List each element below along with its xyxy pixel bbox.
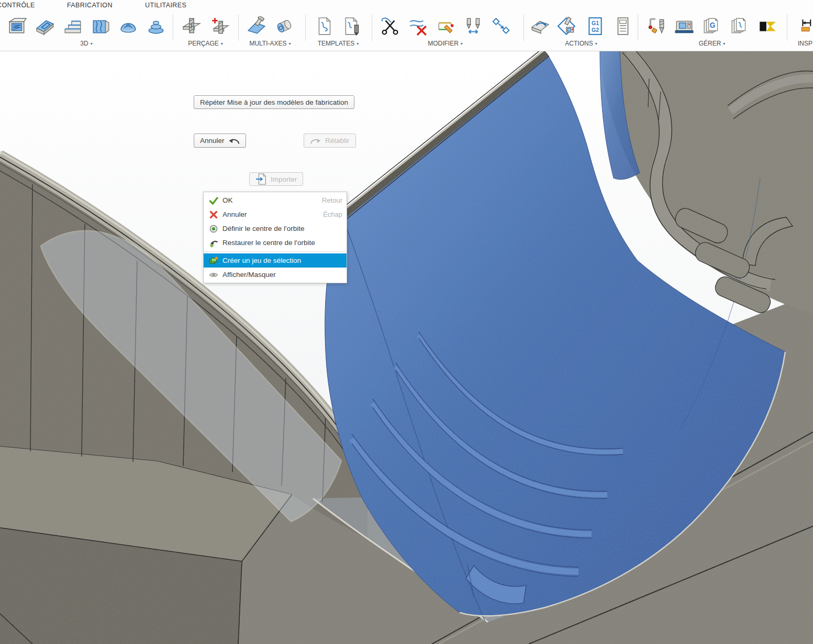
context-menu-item-restore-orbit-center[interactable]: Restaurer le centre de l'orbite <box>204 236 347 250</box>
g1g2-icon[interactable]: G1 G2 <box>585 15 606 38</box>
rotary-icon[interactable] <box>274 15 295 38</box>
context-menu-item-create-selection-set[interactable]: Créer un jeu de sélection <box>204 253 347 268</box>
spiral-steps-icon[interactable] <box>146 15 166 38</box>
tab-fabrication[interactable]: FABRICATION <box>67 2 113 9</box>
toolbar: CONTRÔLE FABRICATION UTILITAIRES <box>0 0 813 51</box>
trim-toolpath-icon[interactable] <box>380 15 400 38</box>
dropdown-caret-icon: ▾ <box>91 41 93 46</box>
toolbar-separator <box>638 15 638 41</box>
group-label-gerer[interactable]: GÉRER▾ <box>642 40 782 47</box>
redo-arrow-icon <box>310 136 321 146</box>
template-edit-icon[interactable] <box>342 15 363 38</box>
context-menu-item-annuler[interactable]: Annuler Échap <box>204 207 347 221</box>
redo-label: Rétablir <box>325 137 350 145</box>
undo-label: Annuler <box>200 137 225 145</box>
toolbar-group-inspection: INSP <box>798 14 813 47</box>
adaptive-flat-icon[interactable] <box>35 15 55 38</box>
group-label-inspection[interactable]: INSP <box>798 40 813 47</box>
context-menu-item-ok[interactable]: OK Retour <box>204 193 347 207</box>
dropdown-caret-icon: ▾ <box>595 41 597 46</box>
ok-check-icon <box>208 196 219 205</box>
delete-toolpath-icon[interactable] <box>407 15 428 38</box>
context-menu-item-show-hide[interactable]: Afficher/Masquer <box>204 268 347 282</box>
kennametal-icon[interactable] <box>757 15 778 38</box>
toolbar-group-templates: TEMPLATES▾ <box>310 14 366 47</box>
shortcut-label: Retour <box>322 196 342 204</box>
cancel-x-icon <box>208 210 219 219</box>
group-label-percage[interactable]: PERÇAGE▾ <box>178 40 233 47</box>
tab-controle[interactable]: CONTRÔLE <box>0 2 35 9</box>
svg-text:G: G <box>710 21 716 29</box>
dropdown-caret-icon: ▾ <box>357 41 359 46</box>
group-label-multiaxes[interactable]: MULTI-AXES▾ <box>242 40 298 47</box>
toolbar-separator <box>305 15 306 41</box>
context-menu-separator <box>204 251 347 252</box>
template-library-icon[interactable] <box>729 15 750 38</box>
post-process-icon[interactable] <box>557 15 578 38</box>
toolbar-group-multiaxes: MULTI-AXES▾ <box>242 14 298 47</box>
viewport-canvas[interactable] <box>0 51 813 644</box>
tool-change-icon[interactable] <box>463 15 484 38</box>
simulate-icon[interactable] <box>529 15 550 38</box>
drill-add-icon[interactable] <box>209 15 230 38</box>
toolbar-group-percage: PERÇAGE▾ <box>178 14 233 47</box>
import-icon <box>255 173 267 185</box>
context-menu: OK Retour Annuler Échap Définir le centr… <box>203 192 347 283</box>
dropdown-caret-icon: ▾ <box>289 41 291 46</box>
setup-sheet-icon[interactable] <box>612 15 633 38</box>
pocket-clearing-icon[interactable] <box>7 15 28 38</box>
drill-icon[interactable] <box>181 15 202 38</box>
tool-library-icon[interactable] <box>646 15 667 38</box>
post-library-icon[interactable]: G <box>701 15 722 38</box>
dropdown-caret-icon: ▾ <box>221 41 223 46</box>
toolbar-group-gerer: G GÉRER▾ <box>642 14 782 47</box>
group-label-modifier[interactable]: MODIFIER▾ <box>376 40 515 47</box>
toolbar-separator <box>524 15 524 41</box>
undo-arrow-icon <box>228 136 240 146</box>
toolbar-group-3d: 3D▾ <box>3 14 170 47</box>
swarf-icon[interactable] <box>246 15 267 38</box>
shortcut-label: Échap <box>323 210 342 218</box>
contour-steps-icon[interactable] <box>62 15 83 38</box>
undo-button[interactable]: Annuler <box>194 134 246 148</box>
import-label: Importer <box>271 175 297 183</box>
reorder-points-icon[interactable] <box>491 15 511 38</box>
redo-button[interactable]: Rétablir <box>304 134 356 148</box>
toolbar-separator <box>173 15 173 41</box>
toolbar-separator <box>787 15 787 41</box>
toolbar-group-modifier: MODIFIER▾ <box>376 14 515 47</box>
context-menu-item-set-orbit-center[interactable]: Définir le centre de l'orbite <box>204 221 347 236</box>
group-label-actions[interactable]: ACTIONS▾ <box>526 40 637 47</box>
toolbar-separator <box>372 15 372 41</box>
repeat-update-models-button[interactable]: Répéter Mise à jour des modèles de fabri… <box>194 95 354 109</box>
eye-icon <box>208 270 219 280</box>
toolbar-separator <box>238 15 239 41</box>
toolbar-group-actions: G1 G2 ACTIONS▾ <box>526 14 637 47</box>
scallop-dome-icon[interactable] <box>118 15 139 38</box>
svg-text:G2: G2 <box>591 27 598 33</box>
import-button[interactable]: Importer <box>249 172 303 186</box>
dropdown-caret-icon: ▾ <box>461 41 463 46</box>
selection-set-icon <box>208 256 219 265</box>
svg-text:G1: G1 <box>591 20 598 26</box>
flow-ramp-icon[interactable] <box>90 15 111 38</box>
dropdown-caret-icon: ▾ <box>723 41 725 46</box>
repeat-update-models-label: Répéter Mise à jour des modèles de fabri… <box>200 98 348 106</box>
edit-geometry-icon[interactable] <box>435 15 456 38</box>
group-label-3d[interactable]: 3D▾ <box>3 40 170 47</box>
template-doc-icon[interactable] <box>314 15 335 38</box>
tab-utilitaires[interactable]: UTILITAIRES <box>145 2 186 9</box>
machine-library-icon[interactable] <box>674 15 695 38</box>
probe-wcs-icon[interactable] <box>798 15 813 38</box>
restore-orbit-icon <box>208 238 219 248</box>
orbit-center-icon <box>208 224 219 234</box>
fusion-manufacture-screen: { "tabs": { "controle": "CONTRÔLE", "fab… <box>0 0 813 644</box>
group-label-templates[interactable]: TEMPLATES▾ <box>310 40 366 47</box>
